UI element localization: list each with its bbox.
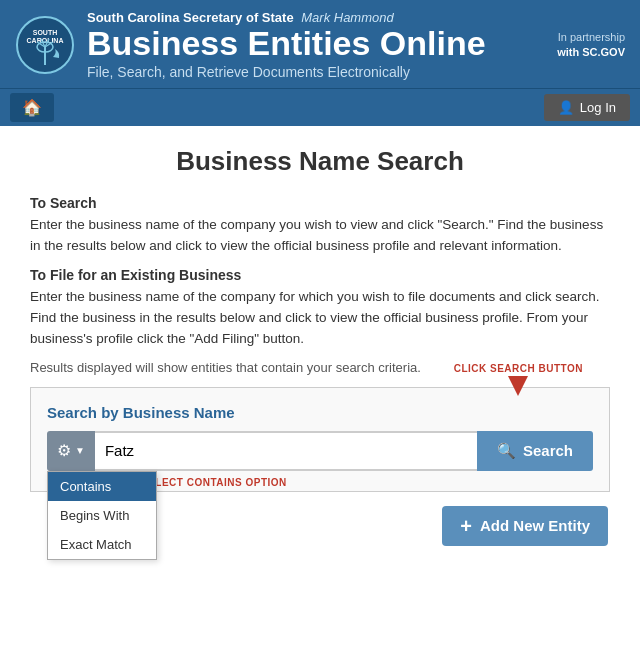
sc-line: South Carolina Secretary of State Mark H… xyxy=(87,10,486,25)
page-title: Business Name Search xyxy=(30,146,610,177)
author-name: Mark Hammond xyxy=(301,10,393,25)
dropdown-item-exact-match[interactable]: Exact Match xyxy=(48,530,156,559)
nav-bar: 🏠 👤 Log In xyxy=(0,88,640,126)
partnership-line2: with SC.GOV xyxy=(557,45,625,60)
plus-icon: + xyxy=(460,516,472,536)
arrow-down-icon xyxy=(508,376,528,396)
results-note: Results displayed will show entities tha… xyxy=(30,360,610,375)
dropdown-arrow-icon: ▼ xyxy=(75,445,85,456)
instruction-heading-2: To File for an Existing Business xyxy=(30,267,241,283)
annotation-contains-text: SELECT CONTAINS OPTION xyxy=(141,477,287,488)
home-icon: 🏠 xyxy=(22,99,42,116)
search-input[interactable] xyxy=(95,431,477,471)
main-content: Business Name Search To Search Enter the… xyxy=(0,126,640,565)
partnership-line1: In partnership xyxy=(557,30,625,45)
svg-text:CAROLINA: CAROLINA xyxy=(27,37,64,44)
search-button[interactable]: 🔍 Search xyxy=(477,431,593,471)
partnership-badge: In partnership with SC.GOV xyxy=(557,30,625,61)
filter-dropdown-button[interactable]: ⚙ ▼ xyxy=(47,431,95,471)
instruction-body-2: Enter the business name of the company f… xyxy=(30,289,600,346)
instruction-body-1: Enter the business name of the company y… xyxy=(30,217,603,253)
dropdown-item-begins-with[interactable]: Begins With xyxy=(48,501,156,530)
site-subtitle: File, Search, and Retrieve Documents Ele… xyxy=(87,64,486,80)
search-panel: Search by Business Name CLICK SEARCH BUT… xyxy=(30,387,610,492)
search-icon: 🔍 xyxy=(497,442,516,460)
dropdown-item-contains[interactable]: Contains xyxy=(48,472,156,501)
filter-dropdown-menu: Contains Begins With Exact Match xyxy=(47,471,157,560)
gear-icon: ⚙ xyxy=(57,441,71,460)
add-entity-label: Add New Entity xyxy=(480,517,590,534)
site-title: Business Entities Online xyxy=(87,25,486,62)
user-icon: 👤 xyxy=(558,100,574,115)
instruction-heading-1: To Search xyxy=(30,195,97,211)
sc-secretary-label: South Carolina Secretary of State xyxy=(87,10,294,25)
home-button[interactable]: 🏠 xyxy=(10,93,54,122)
search-row: ⚙ ▼ 🔍 Search Contains Begins With Exact … xyxy=(47,431,593,471)
login-button[interactable]: 👤 Log In xyxy=(544,94,630,121)
header-text: South Carolina Secretary of State Mark H… xyxy=(87,10,486,80)
svg-text:SOUTH: SOUTH xyxy=(33,29,58,36)
header: SOUTH CAROLINA South Carolina Secretary … xyxy=(0,0,640,88)
search-section-title: Search by Business Name xyxy=(47,404,593,421)
login-label: Log In xyxy=(580,100,616,115)
scgov-label: SC.GOV xyxy=(582,46,625,58)
add-new-entity-button[interactable]: + Add New Entity xyxy=(442,506,608,546)
search-button-label: Search xyxy=(523,442,573,459)
instructions: To Search Enter the business name of the… xyxy=(30,193,610,349)
sc-seal-icon: SOUTH CAROLINA xyxy=(15,15,75,75)
